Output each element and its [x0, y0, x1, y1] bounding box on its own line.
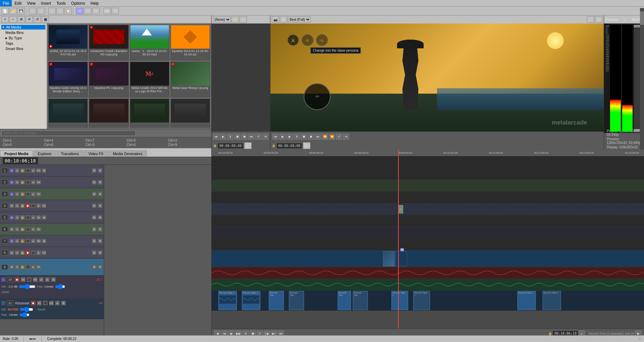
- prev-stop[interactable]: ⏹: [234, 134, 240, 140]
- track-solo-8[interactable]: S: [15, 250, 19, 255]
- track-lock-9[interactable]: 🔒: [20, 265, 25, 270]
- track-expand-6[interactable]: ▸: [31, 227, 36, 232]
- track-fx-4[interactable]: FX: [42, 203, 46, 208]
- track-lock-5[interactable]: 🔒: [20, 215, 25, 220]
- ctrl-pause[interactable]: ⏸: [294, 134, 300, 140]
- selection-button[interactable]: SE: [92, 8, 99, 14]
- track-motion-7[interactable]: ⊕: [42, 239, 46, 243]
- preview-x-button[interactable]: ✕: [240, 16, 247, 23]
- preview-flag-btn[interactable]: ▷: [303, 142, 310, 149]
- pm-view-button[interactable]: ▦: [42, 16, 49, 23]
- tree-by-type[interactable]: ▶ By Type: [1, 36, 45, 40]
- track-mute-11[interactable]: M: [37, 301, 42, 305]
- track-mute-4[interactable]: M: [9, 203, 14, 208]
- envelope-button[interactable]: EN: [84, 8, 91, 14]
- new-project-button[interactable]: 📄: [1, 8, 9, 14]
- track-lock-1[interactable]: 🔒: [20, 168, 25, 173]
- preview-none-select[interactable]: (None): [213, 16, 231, 22]
- track-settings-11[interactable]: ⚙: [61, 301, 66, 305]
- track-fx-1[interactable]: FX: [36, 168, 41, 173]
- track-solo-6[interactable]: S: [15, 227, 19, 232]
- track-more-9[interactable]: ▼: [98, 265, 102, 270]
- tree-media-bins[interactable]: Media Bins: [1, 30, 45, 35]
- track-9-clip-2[interactable]: [395, 251, 407, 266]
- pm-add-button[interactable]: +: [1, 16, 9, 23]
- tab-transitions[interactable]: Transitions: [57, 150, 83, 157]
- tab-video-fx[interactable]: Video FX: [84, 150, 108, 157]
- track-settings-1[interactable]: ⚙: [92, 168, 96, 173]
- menu-file[interactable]: File: [0, 0, 12, 6]
- open-button[interactable]: 📂: [9, 8, 17, 14]
- pm-refresh-button[interactable]: ↺: [34, 16, 41, 23]
- ctrl-go-start[interactable]: ⏮: [272, 134, 278, 140]
- tag-input[interactable]: [1, 131, 136, 136]
- media-item-2[interactable]: Game - 1 - 2013-10-24 01-30-24.mp4: [130, 25, 169, 60]
- preview-quality-button[interactable]: ⚙: [280, 16, 287, 23]
- track-mute-9[interactable]: M: [9, 265, 14, 270]
- record-take-4[interactable]: Record Tak...: [338, 291, 351, 310]
- track-comp-10[interactable]: ⬛: [27, 277, 32, 282]
- cut-button[interactable]: ✂: [48, 8, 56, 14]
- prev-go-start[interactable]: ⏮: [213, 134, 219, 140]
- track-solo-9[interactable]: S: [15, 265, 19, 270]
- track-record-8[interactable]: ⏺: [26, 250, 30, 255]
- pan-slider-11[interactable]: [19, 313, 30, 316]
- track-mute-8[interactable]: M: [9, 250, 14, 255]
- track-lock-4[interactable]: 🔒: [20, 203, 25, 208]
- media-item-3[interactable]: Injustice 2014-01-13 19-34-41-03.avi: [171, 25, 210, 60]
- tree-smart-bins[interactable]: Smart Bins: [1, 46, 45, 51]
- preview-snaps-button[interactable]: 📷: [272, 16, 279, 23]
- ctrl-skip-back[interactable]: ⏪: [322, 134, 328, 140]
- record-take-7[interactable]: Record Take 1: [413, 291, 430, 310]
- track-expand-8[interactable]: ▸: [36, 250, 41, 255]
- track-settings-4[interactable]: ⚙: [92, 203, 96, 208]
- track-comp-5[interactable]: ⬛: [26, 215, 30, 220]
- track-comp-7[interactable]: ⬛: [26, 239, 30, 243]
- media-item-7[interactable]: P Metal Gear Rising Cat.png: [171, 62, 210, 97]
- track-solo-4[interactable]: S: [15, 203, 19, 208]
- track-expand-1[interactable]: ▸: [31, 168, 36, 173]
- track-settings-3[interactable]: ⚙: [92, 192, 96, 196]
- tab-media-generators[interactable]: Media Generators: [109, 150, 147, 157]
- track-fx-5[interactable]: FX: [36, 215, 41, 220]
- media-item-8[interactable]: [48, 99, 88, 128]
- prev-more[interactable]: ≫: [262, 134, 268, 140]
- prev-loop[interactable]: ↺: [255, 134, 261, 140]
- record-take-0[interactable]: Record Take 1: [218, 291, 237, 310]
- track-expand-5[interactable]: ▸: [31, 215, 36, 220]
- track-5-clip[interactable]: ▷: [398, 205, 403, 213]
- track-more-1[interactable]: ▼: [98, 168, 102, 173]
- properties-button[interactable]: ⚙: [112, 8, 119, 14]
- track-more-4[interactable]: ▼: [98, 203, 102, 208]
- track-record-4[interactable]: ⏺: [26, 203, 30, 208]
- track-fx-8[interactable]: FX: [42, 250, 46, 255]
- preview-left-flag[interactable]: ▷: [244, 142, 252, 149]
- ctrl-stop[interactable]: ⏹: [301, 134, 307, 140]
- media-item-10[interactable]: [130, 99, 169, 128]
- render-button[interactable]: ▶▶|: [103, 8, 111, 14]
- normal-edit-button[interactable]: NE: [76, 8, 83, 14]
- menu-edit[interactable]: Edit: [12, 0, 24, 6]
- media-item-5[interactable]: P Injustice PC copy.png: [89, 62, 128, 97]
- menu-insert[interactable]: Insert: [38, 0, 54, 6]
- track-env-10[interactable]: E: [45, 277, 50, 282]
- track-expand-4[interactable]: ▸: [36, 203, 41, 208]
- track-expand-9[interactable]: ▸: [31, 265, 36, 270]
- track-lock-2[interactable]: 🔒: [20, 180, 25, 185]
- track-solo-2[interactable]: S: [15, 180, 19, 185]
- track-more-7[interactable]: ▼: [98, 239, 102, 243]
- pan-slider-10[interactable]: [55, 285, 65, 288]
- record-take-9[interactable]: Record Take 1: [543, 291, 561, 310]
- track-more-6[interactable]: ▼: [98, 227, 102, 232]
- track-expand-7[interactable]: ▸: [31, 239, 36, 243]
- vol-slider-10[interactable]: [19, 285, 36, 288]
- media-item-9[interactable]: [89, 99, 128, 128]
- track-settings-10[interactable]: ⚙: [51, 277, 56, 282]
- track-solo-1[interactable]: S: [15, 168, 19, 173]
- track-mute-3[interactable]: M: [9, 192, 14, 196]
- track-lock-3[interactable]: 🔒: [20, 192, 25, 196]
- track-fx-7[interactable]: FX: [36, 239, 41, 243]
- track-comp-8[interactable]: ⬛: [31, 250, 36, 255]
- track-more-2[interactable]: ▼: [98, 180, 102, 185]
- record-take-5[interactable]: Record Tak...: [353, 291, 368, 310]
